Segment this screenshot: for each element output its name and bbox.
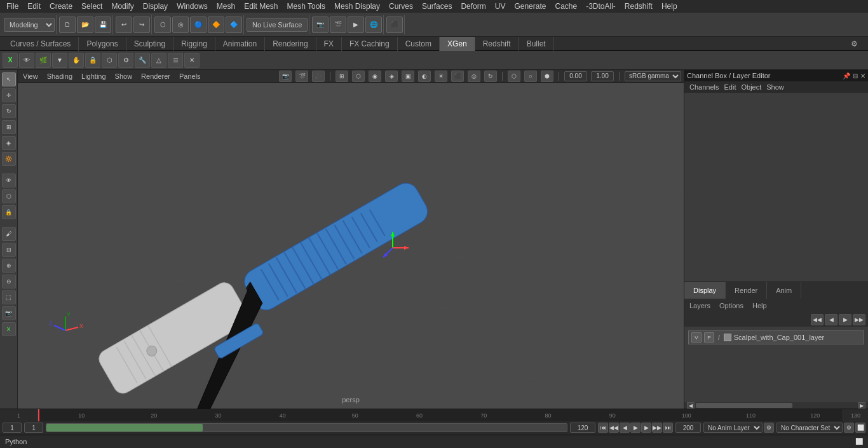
add-tool-btn[interactable]: ⊕: [2, 259, 16, 273]
layer-row[interactable]: V P / Scalpel_with_Cap_001_layer: [688, 330, 864, 344]
char-set-btn1[interactable]: ⚙: [844, 423, 854, 433]
snapping-btn[interactable]: 🔷: [226, 17, 242, 33]
menu-deform[interactable]: Deform: [457, 1, 489, 12]
anim-layer-select[interactable]: No Anim Layer: [703, 423, 763, 433]
menu-edit[interactable]: Edit: [24, 1, 44, 12]
menu-uv[interactable]: UV: [491, 1, 510, 12]
cb-close-btn[interactable]: ✕: [860, 72, 865, 79]
scale-tool-btn[interactable]: ⊞: [2, 120, 16, 134]
timeline-numbers-area[interactable]: 10 20 30 40 50 60 70 80 90 100 110 120: [38, 409, 843, 421]
shelf-close-icon[interactable]: ✕: [184, 53, 200, 68]
frame-start-input[interactable]: [3, 423, 22, 433]
show-hide-btn[interactable]: 👁: [2, 173, 16, 187]
script-close-btn[interactable]: ⬜: [855, 438, 863, 445]
shelf-triangle-icon[interactable]: △: [151, 53, 166, 68]
select-tool-btn[interactable]: ↖: [2, 72, 16, 86]
menu-mesh-tools[interactable]: Mesh Tools: [283, 1, 329, 12]
vp-wire-btn[interactable]: ⬡: [352, 71, 365, 82]
sculpt-btn[interactable]: 🔶: [208, 17, 224, 33]
shelf-eye-icon[interactable]: 👁: [19, 53, 34, 68]
vp-rotation-input[interactable]: [564, 71, 587, 81]
char-set-btn2[interactable]: ⬜: [855, 423, 865, 433]
shelf-hair-icon[interactable]: 🌿: [36, 53, 51, 68]
next-frame-btn[interactable]: ▶: [641, 423, 651, 433]
paint-weights-btn[interactable]: 🖌: [2, 227, 16, 241]
layer-delete-btn[interactable]: ▶▶: [853, 314, 865, 325]
snap-btn[interactable]: 🔒: [2, 205, 16, 219]
next-key-btn[interactable]: ▶▶: [652, 423, 662, 433]
select-btn[interactable]: ⬡: [154, 17, 171, 33]
menu-mesh-display[interactable]: Mesh Display: [330, 1, 384, 12]
play-btn[interactable]: ▶: [630, 423, 641, 433]
tab-bullet[interactable]: Bullet: [519, 37, 554, 51]
vp-film-btn[interactable]: 🎬: [295, 71, 308, 82]
show-btn[interactable]: Show: [766, 83, 784, 91]
layer-scrollbar[interactable]: ◀ ▶: [684, 402, 868, 409]
shelf-list-icon[interactable]: ☰: [168, 53, 183, 68]
vp-color-space-select[interactable]: sRGB gamma: [625, 71, 681, 81]
object-btn[interactable]: Object: [741, 83, 761, 91]
layer-scroll-left-btn[interactable]: ◀: [687, 402, 695, 409]
frame-end-input[interactable]: [570, 423, 595, 433]
help-menu[interactable]: Help: [750, 301, 770, 311]
tab-polygons[interactable]: Polygons: [79, 37, 126, 51]
redo-btn[interactable]: ↪: [133, 17, 150, 33]
layer-tab-display[interactable]: Display: [684, 282, 726, 299]
vp-scale-input[interactable]: [591, 71, 614, 81]
xgen-btn[interactable]: X: [2, 322, 16, 336]
prev-key-btn[interactable]: ◀◀: [609, 423, 619, 433]
shelf-guide-icon[interactable]: ▼: [52, 53, 67, 68]
current-frame-input[interactable]: [24, 423, 43, 433]
menu-3dtoall[interactable]: -3DtoAll-: [582, 1, 620, 12]
tab-xgen[interactable]: XGen: [440, 37, 475, 51]
open-btn[interactable]: 📂: [77, 17, 93, 33]
viewport2-btn[interactable]: 🌐: [365, 17, 382, 33]
vp-smooth-btn[interactable]: ○: [524, 71, 537, 82]
viewport-3d[interactable]: X Y Z persp: [18, 83, 684, 409]
menu-curves[interactable]: Curves: [385, 1, 417, 12]
live-surface-btn[interactable]: No Live Surface: [247, 18, 308, 32]
layout-btn[interactable]: ⊟: [2, 243, 16, 257]
menu-modify[interactable]: Modify: [107, 1, 137, 12]
vp-display-btn[interactable]: ⬡: [508, 71, 520, 82]
rotate-tool-btn[interactable]: ↻: [2, 104, 16, 118]
sub-tool-btn[interactable]: ⊖: [2, 275, 16, 288]
ipr-btn[interactable]: ▶: [348, 17, 364, 33]
layer-color-btn[interactable]: [724, 334, 731, 341]
render-seq-btn[interactable]: 🎬: [330, 17, 346, 33]
vp-refresh-btn[interactable]: ↻: [484, 71, 497, 82]
vp-light-btn[interactable]: ☀: [435, 71, 447, 82]
shelf-gear-icon[interactable]: ⚙: [118, 53, 133, 68]
char-set-select[interactable]: No Character Set: [776, 423, 843, 433]
cb-pin-btn[interactable]: 📌: [843, 72, 850, 79]
play-end-input[interactable]: [675, 423, 701, 433]
layer-new-btn[interactable]: ▶: [839, 314, 851, 325]
anim-layer-btn[interactable]: ⚙: [764, 423, 774, 433]
universal-tool-btn[interactable]: ◈: [2, 136, 16, 150]
vp-isolate-btn[interactable]: ▣: [402, 71, 414, 82]
vp-menu-lighting[interactable]: Lighting: [79, 72, 109, 80]
tab-custom[interactable]: Custom: [398, 37, 440, 51]
undo-btn[interactable]: ↩: [116, 17, 132, 33]
vp-select-btn[interactable]: ⬢: [541, 71, 553, 82]
layer-visibility-btn[interactable]: V: [691, 332, 702, 343]
layer-add-selected-btn[interactable]: ◀◀: [811, 314, 824, 325]
vp-menu-view[interactable]: View: [20, 72, 41, 80]
modeling-dropdown[interactable]: Modeling: [4, 18, 55, 32]
tab-rigging[interactable]: Rigging: [173, 37, 215, 51]
tab-animation[interactable]: Animation: [215, 37, 265, 51]
layers-menu[interactable]: Layers: [687, 301, 713, 311]
save-btn[interactable]: 💾: [95, 17, 111, 33]
render-btn[interactable]: 📷: [312, 17, 329, 33]
cb-layout-btn[interactable]: ⊟: [853, 72, 858, 79]
paint-btn[interactable]: 🔵: [190, 17, 207, 33]
lasso-btn[interactable]: ◎: [172, 17, 189, 33]
vp-menu-shading[interactable]: Shading: [44, 72, 75, 80]
tab-settings-gear[interactable]: ⚙: [843, 37, 865, 51]
vp-grid-btn[interactable]: ⊞: [336, 71, 348, 82]
new-btn[interactable]: 🗋: [59, 17, 76, 33]
component-mode-btn[interactable]: ⬡: [2, 189, 16, 203]
menu-cache[interactable]: Cache: [551, 1, 581, 12]
layer-playback-btn[interactable]: P: [704, 332, 714, 343]
menu-generate[interactable]: Generate: [510, 1, 550, 12]
